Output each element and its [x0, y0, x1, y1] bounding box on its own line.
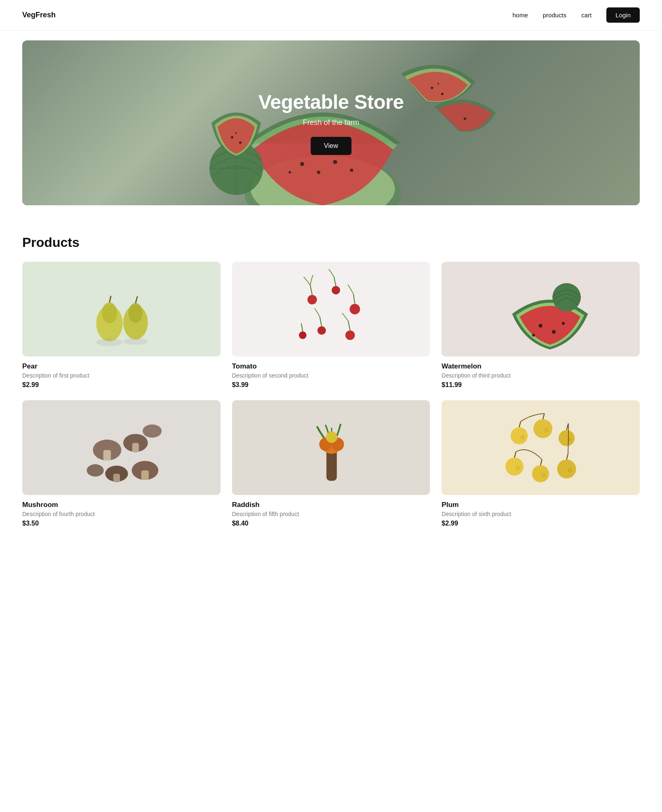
svg-point-2	[300, 162, 304, 166]
svg-point-10	[464, 117, 466, 120]
svg-point-7	[431, 87, 433, 89]
product-name-tomato: Tomato	[232, 362, 430, 371]
product-price-plum: $2.99	[441, 520, 640, 527]
product-image-plum	[441, 400, 640, 495]
svg-point-3	[317, 171, 320, 174]
svg-point-76	[532, 465, 549, 482]
svg-point-24	[96, 338, 122, 346]
svg-point-19	[102, 303, 117, 324]
product-card-pear[interactable]: Pear Description of first product $2.99	[22, 262, 221, 389]
svg-point-9	[437, 83, 439, 84]
product-price-mushroom: $3.50	[22, 520, 221, 527]
svg-point-31	[350, 304, 360, 314]
product-name-pear: Pear	[22, 362, 221, 371]
svg-point-29	[331, 286, 340, 295]
product-name-mushroom: Mushroom	[22, 501, 221, 509]
svg-point-14	[231, 136, 233, 138]
svg-point-15	[239, 141, 242, 144]
nav-home[interactable]: home	[512, 12, 528, 19]
product-price-watermelon: $11.99	[441, 381, 640, 389]
svg-point-70	[559, 430, 575, 446]
svg-point-61	[326, 432, 337, 443]
main-nav: home products cart Login	[512, 7, 640, 23]
svg-rect-51	[113, 474, 120, 482]
product-name-raddish: Raddish	[232, 501, 430, 509]
svg-point-5	[350, 169, 353, 172]
svg-point-67	[533, 419, 552, 438]
svg-point-8	[441, 93, 444, 95]
product-image-tomato	[232, 262, 430, 357]
hero-view-button[interactable]: View	[311, 137, 351, 155]
svg-point-80	[568, 468, 573, 473]
svg-point-4	[333, 160, 337, 164]
product-desc-raddish: Description of fifth product	[232, 511, 430, 517]
product-card-mushroom[interactable]: Mushroom Description of fourth product $…	[22, 400, 221, 527]
svg-point-6	[289, 171, 291, 174]
svg-point-64	[511, 427, 528, 444]
svg-rect-53	[141, 470, 149, 480]
svg-point-43	[532, 334, 535, 337]
product-card-tomato[interactable]: Tomato Description of second product $3.…	[232, 262, 430, 389]
svg-point-68	[544, 428, 549, 433]
product-desc-plum: Description of sixth product	[441, 511, 640, 517]
hero-title: Vegetable Store	[258, 91, 404, 113]
product-card-plum[interactable]: Plum Description of sixth product $2.99	[441, 400, 640, 527]
product-card-raddish[interactable]: Raddish Description of fifth product $8.…	[232, 400, 430, 527]
svg-point-77	[542, 473, 547, 478]
hero-subtitle: Fresh of the farm	[258, 118, 404, 127]
nav-cart[interactable]: cart	[581, 12, 592, 19]
product-card-watermelon[interactable]: Watermelon Description of third product …	[441, 262, 640, 389]
svg-point-41	[552, 330, 556, 334]
svg-point-33	[317, 326, 326, 335]
svg-point-74	[516, 466, 521, 471]
product-desc-watermelon: Description of third product	[441, 372, 640, 379]
svg-point-37	[299, 331, 306, 339]
svg-point-40	[539, 324, 542, 328]
svg-point-44	[552, 283, 581, 312]
product-price-pear: $2.99	[22, 381, 221, 389]
product-image-mushroom	[22, 400, 221, 495]
svg-point-54	[87, 464, 103, 476]
product-name-plum: Plum	[441, 501, 640, 509]
svg-point-73	[506, 458, 524, 476]
svg-point-27	[307, 295, 317, 305]
hero-content: Vegetable Store Fresh of the farm View	[258, 91, 404, 155]
products-grid: Pear Description of first product $2.99 …	[22, 262, 640, 527]
svg-point-25	[123, 338, 148, 345]
svg-point-65	[520, 435, 525, 440]
svg-point-16	[235, 132, 237, 134]
svg-rect-47	[103, 450, 111, 460]
svg-point-55	[143, 425, 162, 438]
product-desc-mushroom: Description of fourth product	[22, 511, 221, 517]
product-image-watermelon	[441, 262, 640, 357]
svg-point-79	[557, 460, 576, 479]
product-name-watermelon: Watermelon	[441, 362, 640, 371]
svg-point-22	[129, 303, 143, 323]
product-image-raddish	[232, 400, 430, 495]
svg-rect-26	[284, 262, 378, 357]
product-desc-pear: Description of first product	[22, 372, 221, 379]
login-button[interactable]: Login	[606, 7, 640, 23]
product-desc-tomato: Description of second product	[232, 372, 430, 379]
products-title: Products	[22, 235, 640, 250]
svg-point-35	[345, 331, 354, 340]
svg-rect-49	[132, 443, 139, 453]
svg-point-42	[562, 322, 565, 325]
products-section: Products Pear Description of first produ…	[0, 215, 662, 552]
product-price-tomato: $3.99	[232, 381, 430, 389]
product-image-pear	[22, 262, 221, 357]
product-price-raddish: $8.40	[232, 520, 430, 527]
hero-section: Vegetable Store Fresh of the farm View	[22, 40, 640, 205]
brand-logo: VegFresh	[22, 11, 56, 19]
nav-products[interactable]: products	[543, 12, 567, 19]
